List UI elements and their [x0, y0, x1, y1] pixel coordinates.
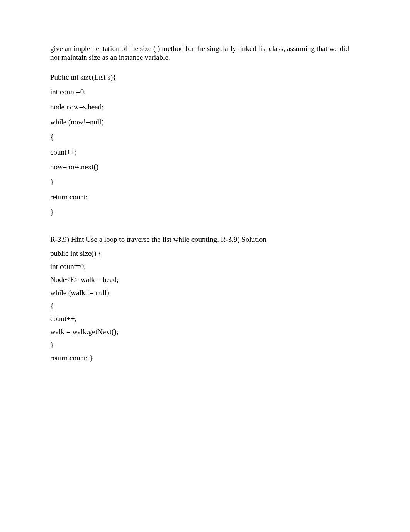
code-line: while (now!=null)	[50, 118, 360, 127]
code-line: {	[50, 133, 360, 142]
code-line: return count;	[50, 193, 360, 202]
code-line: }	[50, 341, 360, 350]
intro-paragraph: give an implementation of the size ( ) m…	[50, 44, 360, 62]
code-line: }	[50, 208, 360, 217]
hint-solution-heading: R-3.9) Hint Use a loop to traverse the l…	[50, 235, 360, 244]
code-line: node now=s.head;	[50, 103, 360, 112]
code-line: walk = walk.getNext();	[50, 328, 360, 337]
code-line: public int size() {	[50, 249, 360, 258]
code-line: count++;	[50, 314, 360, 323]
code-line: count++;	[50, 148, 360, 157]
code-line: int count=0;	[50, 88, 360, 97]
code-line: {	[50, 302, 360, 311]
code-line: now=now.next()	[50, 163, 360, 172]
code-line: return count; }	[50, 354, 360, 363]
code-line: Node<E> walk = head;	[50, 275, 360, 284]
code-block-attempt: Public int size(List s){ int count=0; no…	[50, 73, 360, 217]
code-block-solution: public int size() { int count=0; Node<E>…	[50, 249, 360, 362]
code-line: }	[50, 178, 360, 187]
code-line: int count=0;	[50, 262, 360, 271]
code-line: Public int size(List s){	[50, 73, 360, 82]
code-line: while (walk != null)	[50, 289, 360, 297]
